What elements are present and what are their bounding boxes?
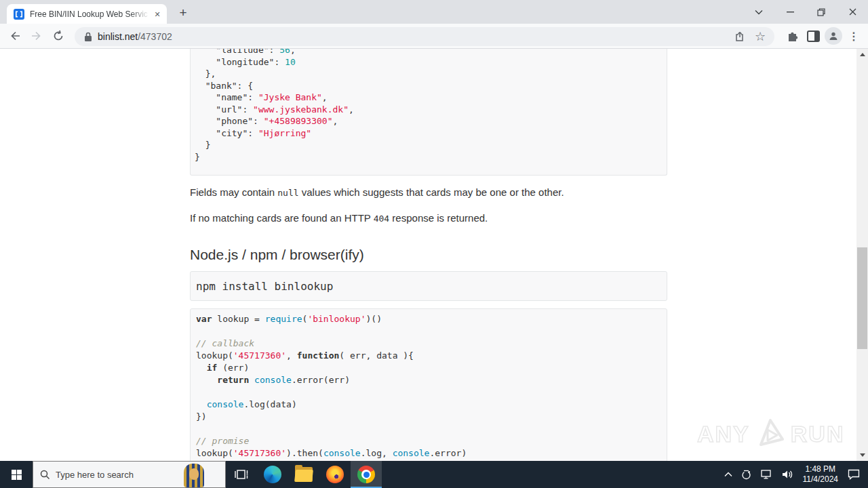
side-panel-icon[interactable] (803, 27, 823, 45)
network-ethernet-icon (760, 469, 773, 480)
edge-icon (264, 466, 281, 483)
scroll-up-arrow[interactable] (856, 49, 868, 60)
search-highlight-pharaoh-image[interactable] (179, 462, 209, 487)
tray-volume-button[interactable] (777, 461, 797, 488)
tray-sync-button[interactable] (736, 461, 756, 488)
javascript-example-code-block: var lookup = require('binlookup')() // c… (190, 308, 667, 461)
anyrun-play-logo-icon (751, 415, 789, 453)
action-center-button[interactable] (844, 461, 868, 488)
browser-tab[interactable]: Free BIN/IIN Lookup Web Servic ✕ (7, 4, 167, 24)
site-favicon-icon (14, 9, 24, 20)
taskbar-search-input[interactable]: Type here to search (33, 461, 226, 488)
search-icon (40, 470, 50, 480)
anyrun-watermark: ANY RUN (697, 411, 843, 456)
page-content: "latitude": 56, "longitude": 10 }, "bank… (0, 49, 868, 461)
json-response-code-block: "latitude": 56, "longitude": 10 }, "bank… (190, 49, 667, 176)
chrome-icon (357, 466, 375, 483)
taskbar-firefox-button[interactable] (319, 461, 351, 488)
restore-button[interactable] (806, 0, 837, 24)
menu-kebab-icon[interactable]: ⋮ (844, 27, 864, 45)
share-icon[interactable] (731, 28, 749, 45)
url-host: binlist.net (98, 31, 138, 42)
scrollbar-thumb[interactable] (857, 247, 867, 349)
action-center-icon (848, 469, 860, 480)
address-bar[interactable]: binlist.net/473702 ☆ (75, 27, 774, 46)
section-heading-nodejs: Node.js / npm / browser(ify) (190, 247, 364, 263)
npm-install-code-block: npm install binlookup (190, 271, 667, 301)
scroll-down-arrow[interactable] (856, 449, 868, 461)
clock-date: 11/4/2024 (803, 474, 839, 485)
tab-title: Free BIN/IIN Lookup Web Servic (30, 9, 152, 19)
clock-time: 1:48 PM (803, 464, 839, 474)
page-scrollbar[interactable] (856, 49, 868, 461)
paragraph-null-fields: Fields may contain null values which sug… (190, 186, 667, 198)
chevron-up-icon (724, 472, 732, 477)
minimize-button[interactable] (774, 0, 806, 24)
taskbar-edge-button[interactable] (257, 461, 288, 488)
windows-taskbar: Type here to search (0, 461, 868, 488)
watermark-run-text: RUN (791, 421, 845, 447)
tab-strip: Free BIN/IIN Lookup Web Servic ✕ + (0, 0, 868, 24)
taskbar-file-explorer-button[interactable] (288, 461, 319, 488)
watermark-any-text: ANY (697, 421, 750, 447)
task-view-icon (234, 468, 249, 481)
bookmark-star-icon[interactable]: ☆ (751, 28, 769, 45)
tray-show-hidden-icons-button[interactable] (720, 461, 736, 488)
tab-close-icon[interactable]: ✕ (152, 9, 163, 20)
extensions-puzzle-icon[interactable] (783, 27, 803, 45)
sync-icon (741, 469, 752, 481)
start-button[interactable] (0, 461, 33, 488)
search-placeholder: Type here to search (56, 470, 134, 480)
windows-logo-icon (12, 470, 22, 480)
profile-avatar[interactable] (823, 27, 844, 45)
browser-toolbar: binlist.net/473702 ☆ ⋮ (0, 24, 868, 49)
taskbar-chrome-button-active[interactable] (351, 461, 382, 488)
close-window-button[interactable] (837, 0, 868, 24)
task-view-button[interactable] (226, 461, 257, 488)
file-explorer-icon (295, 467, 313, 482)
url-path: /473702 (138, 31, 172, 42)
window-controls (743, 0, 868, 24)
tab-search-chevron-icon[interactable] (743, 0, 774, 24)
firefox-icon (326, 466, 344, 483)
tray-network-button[interactable] (756, 461, 777, 488)
lock-icon (84, 32, 92, 42)
taskbar-clock[interactable]: 1:48 PM 11/4/2024 (797, 464, 844, 485)
new-tab-button[interactable]: + (175, 5, 191, 22)
forward-button[interactable] (28, 27, 45, 45)
speaker-icon (781, 469, 793, 480)
paragraph-http-404: If no matching cards are found an HTTP 4… (190, 212, 667, 224)
reload-button[interactable] (50, 27, 67, 45)
back-button[interactable] (6, 27, 24, 45)
